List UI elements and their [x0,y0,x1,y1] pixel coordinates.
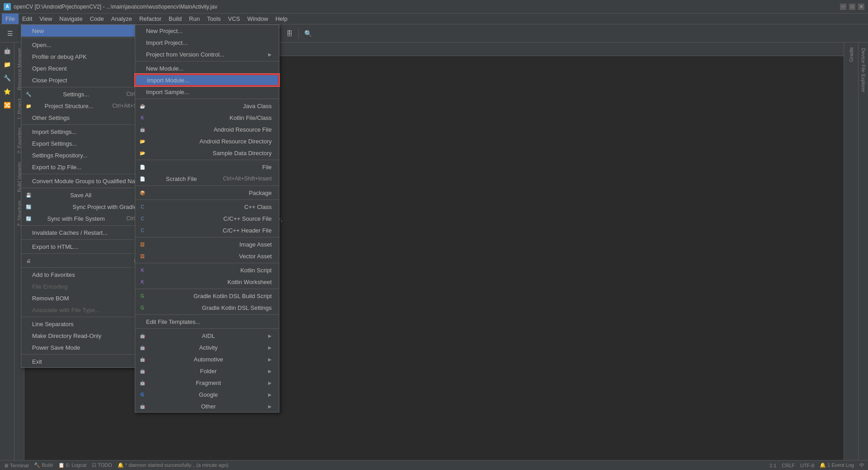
new-java-class[interactable]: ☕ Java Class [135,100,279,112]
new-google[interactable]: G Google ▶ [135,389,279,400]
kotlin-worksheet-icon: K [139,278,146,285]
new-activity[interactable]: 🤖 Activity ▶ [135,342,279,353]
other-icon: 🤖 [139,403,146,410]
menu-run[interactable]: Run [185,14,203,24]
file-menu-import-settings-label: Import Settings... [32,128,76,135]
other-arrow: ▶ [268,404,272,409]
file-menu-settings-repo-label: Settings Repository... [32,152,88,159]
status-build[interactable]: 🔨 Build [34,462,53,468]
minimize-button[interactable]: ─ [840,4,846,10]
file-menu-exit-label: Exit [32,358,42,365]
new-sep-7 [135,263,279,263]
new-fragment-label: Fragment [196,380,221,386]
import-sample[interactable]: Import Sample... [135,86,279,98]
new-gradle-kotlin-build[interactable]: G Gradle Kotlin DSL Build Script [135,290,279,302]
menu-refactor[interactable]: Refactor [136,14,165,24]
new-automotive[interactable]: 🤖 Automotive ▶ [135,353,279,365]
file-menu-export-zip-label: Export to Zip File... [32,164,81,171]
gradle-build-icon: G [139,292,146,299]
menu-code[interactable]: Code [86,14,108,24]
new-automotive-label: Automotive [193,356,223,363]
menu-window[interactable]: Window [244,14,272,24]
new-cpp-header-label: C/C++ Header File [223,227,272,234]
new-project[interactable]: New Project... [135,25,279,37]
menu-analyze[interactable]: Analyze [108,14,136,24]
status-terminal[interactable]: 🖥 Terminal [4,463,28,468]
maximize-button[interactable]: □ [849,4,855,10]
new-edit-file-templates[interactable]: Edit File Templates... [135,316,279,328]
sidebar-icon-gradle[interactable]: Gradle [848,44,855,65]
new-folder[interactable]: 🤖 Folder ▶ [135,365,279,377]
project-structure-icon: 📁 [25,102,32,109]
sidebar-icon-structure[interactable]: 🔧 [1,71,14,84]
file-menu-power-save-label: Power Save Mode [32,344,80,351]
folder-arrow: ▶ [268,369,272,374]
activity-arrow: ▶ [268,345,272,350]
sidebar-icon-build-variants[interactable]: 🔀 [1,99,14,111]
event-log[interactable]: 🔔 1 Event Log [820,462,854,468]
kotlin-class-icon: K [139,114,146,121]
fragment-icon: 🤖 [139,379,146,386]
new-fragment[interactable]: 🤖 Fragment ▶ [135,377,279,389]
new-sep-2 [135,99,279,99]
menu-tools[interactable]: Tools [203,14,224,24]
menu-file[interactable]: File [2,14,19,24]
new-image-asset[interactable]: 🖼 Image Asset [135,238,279,250]
file-menu-other-settings-label: Other Settings [32,114,70,121]
title-bar: A openCV [D:\AndroidPrject\openCV2] - ..… [0,0,868,14]
sidebar-icon-android[interactable]: 🤖 [1,44,14,57]
new-vector-asset[interactable]: 🖼 Vector Asset [135,250,279,262]
menu-vcs[interactable]: VCS [224,14,244,24]
import-module[interactable]: Import Module... [135,74,279,86]
file-menu-export-settings-label: Export Settings... [32,140,77,147]
database-btn[interactable]: 🗄 [283,27,296,40]
new-kotlin-script[interactable]: K Kotlin Script [135,264,279,276]
menu-help[interactable]: Help [272,14,291,24]
new-sample-data-dir[interactable]: 📂 Sample Data Directory [135,147,279,159]
new-android-resource-file[interactable]: 🤖 Android Resource File [135,123,279,135]
panel-label-device-explorer[interactable]: Device File Explorer [860,44,867,96]
new-file[interactable]: 📄 File [135,161,279,173]
search-btn[interactable]: 🔍 [302,27,314,40]
sidebar-icon-project[interactable]: 📁 [1,58,14,71]
new-module[interactable]: New Module... [135,62,279,74]
new-scratch-file[interactable]: 📄 Scratch File Ctrl+Alt+Shift+Insert [135,173,279,185]
cpp-class-icon: C [139,203,146,210]
new-module-label: New Module... [146,65,184,72]
sidebar-icon-favorites[interactable]: ⭐ [1,85,14,98]
right-panel-labels: Device File Explorer [858,43,868,460]
menu-navigate[interactable]: Navigate [56,14,86,24]
new-kotlin-worksheet[interactable]: K Kotlin Worksheet [135,276,279,288]
new-cpp-class[interactable]: C C++ Class [135,201,279,213]
window-title: openCV [D:\AndroidPrject\openCV2] - ...\… [14,4,840,10]
left-sidebar: 🤖 📁 🔧 ⭐ 🔀 [0,43,14,460]
new-package[interactable]: 📦 Package [135,187,279,199]
new-cpp-header[interactable]: C C/C++ Header File [135,224,279,236]
menu-build[interactable]: Build [165,14,185,24]
new-aidl[interactable]: 🤖 AIDL ▶ [135,330,279,342]
menu-edit[interactable]: Edit [19,14,36,24]
window-controls[interactable]: ─ □ ✕ [840,4,864,10]
new-kotlin-class[interactable]: K Kotlin File/Class [135,112,279,123]
menu-view[interactable]: View [36,14,56,24]
java-class-icon: ☕ [139,102,146,109]
project-from-vcs[interactable]: Project from Version Control... ▶ [135,48,279,60]
new-other[interactable]: 🤖 Other ▶ [135,400,279,412]
new-android-resource-dir[interactable]: 📂 Android Resource Directory [135,135,279,147]
android-resource-icon: 🤖 [139,126,146,133]
new-sep-9 [135,314,279,315]
status-logcat[interactable]: 📋 6: Logcat [58,462,86,468]
file-menu-new-label: New [32,28,44,34]
new-sep-6 [135,237,279,237]
status-todo[interactable]: ☑ TODO [92,462,112,468]
import-project[interactable]: Import Project... [135,37,279,48]
project-from-vcs-label: Project from Version Control... [146,51,224,58]
new-cpp-source[interactable]: C C/C++ Source File [135,213,279,224]
cpp-source-icon: C [139,215,146,222]
new-gradle-kotlin-settings[interactable]: G Gradle Kotlin DSL Settings [135,302,279,313]
line-ending: CRLF [782,463,795,468]
toolbar-menu-btn[interactable]: ☰ [4,27,16,40]
file-icon: 📄 [139,163,146,171]
close-button[interactable]: ✕ [858,4,864,10]
aidl-arrow: ▶ [268,333,272,338]
